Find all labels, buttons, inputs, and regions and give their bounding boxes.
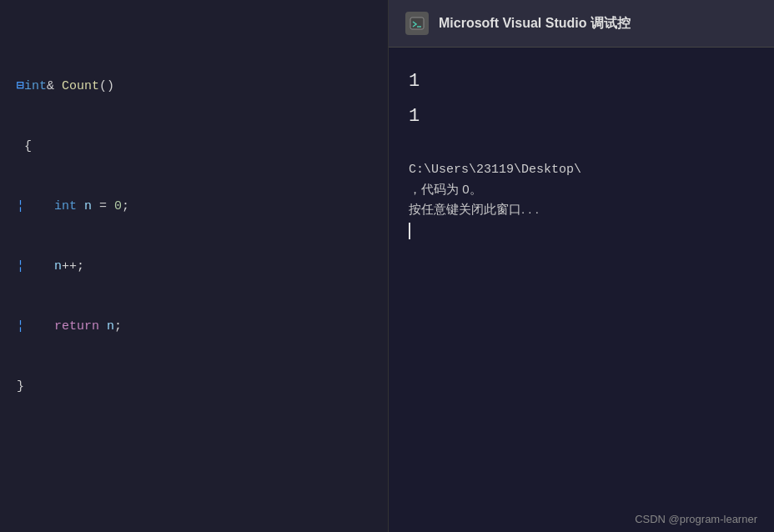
code-spacer [17, 457, 379, 487]
console-status-1: ，代码为 0。 [409, 179, 754, 199]
text-cursor [409, 223, 410, 239]
console-body: 1 1 C:\Users\23119\Desktop\ ，代码为 0。 按任意键… [389, 48, 774, 506]
console-icon [405, 12, 429, 35]
console-title: Microsoft Visual Studio 调试控 [439, 15, 631, 33]
footer-credit: CSDN @program-learner [635, 513, 757, 525]
kw-int: int [24, 77, 47, 97]
output-line-2: 1 [409, 99, 754, 134]
console-status-2: 按任意键关闭此窗口. . . [409, 199, 754, 219]
code-line-1: ⊟int& Count() [17, 77, 379, 97]
collapse-icon[interactable]: ⊟ [17, 77, 24, 97]
code-line-6: } [17, 377, 379, 397]
func-count: Count [62, 77, 99, 97]
console-gap [409, 134, 754, 149]
code-content: ⊟int& Count() { ¦ int n = 0; ¦ n++; ¦ re… [17, 17, 379, 532]
code-line-2: { [17, 137, 379, 157]
svg-rect-0 [410, 18, 424, 29]
console-path: C:\Users\23119\Desktop\ [409, 161, 754, 180]
console-footer: CSDN @program-learner [389, 506, 774, 532]
code-line-3: ¦ int n = 0; [17, 197, 379, 217]
cmd-icon [410, 16, 425, 31]
code-line-4: ¦ n++; [17, 257, 379, 277]
console-panel: Microsoft Visual Studio 调试控 1 1 C:\Users… [388, 0, 774, 532]
code-editor: ⊟int& Count() { ¦ int n = 0; ¦ n++; ¦ re… [0, 0, 388, 532]
code-line-5: ¦ return n; [17, 317, 379, 337]
output-line-1: 1 [409, 64, 754, 99]
console-header: Microsoft Visual Studio 调试控 [389, 0, 774, 48]
console-cursor-line [409, 223, 754, 239]
